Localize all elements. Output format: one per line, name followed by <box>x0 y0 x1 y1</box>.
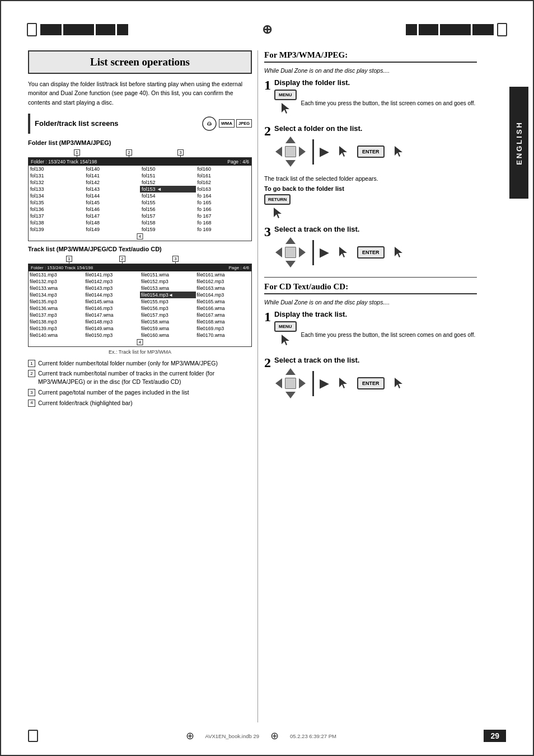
t-cell: file0145.wma <box>85 298 140 305</box>
f-cell: fol143 <box>85 186 140 192</box>
dpad2-up <box>285 237 296 244</box>
step-3-content: Select a track on the list. ▶ ENTER <box>274 225 477 271</box>
step-1-title: Display the folder list. <box>274 78 477 87</box>
step3-separator <box>312 240 314 265</box>
t-cell: file0132.mp3 <box>29 278 85 285</box>
f-cell: fol135 <box>29 199 85 206</box>
f-cell: fol141 <box>85 172 140 179</box>
mp3-while-text: While Dual Zone is on and the disc play … <box>264 67 477 74</box>
numbered-item-3: 3 Current page/total number of the pages… <box>28 388 252 397</box>
t-cell: file0146.mp3 <box>85 305 140 312</box>
num-item-3-text: Current page/total number of the pages i… <box>38 388 189 397</box>
f-cell: fol151 <box>140 172 196 179</box>
f-cell: fol158 <box>140 219 196 226</box>
step-2-diagram: ▶ ENTER <box>274 135 477 168</box>
col-line-3 <box>180 156 181 158</box>
menu-button[interactable]: MENU <box>274 90 297 100</box>
f-cell: fo 168 <box>196 219 252 226</box>
bar-1 <box>40 24 62 35</box>
cd-step-1-title: Display the track list. <box>274 310 477 318</box>
numbered-item-1: 1 Current folder number/total folder num… <box>28 359 252 368</box>
f-cell: fol132 <box>29 179 85 186</box>
cd-step-1-content: Display the track list. MENU Each time y… <box>274 310 477 351</box>
return-button[interactable]: RETURN <box>264 194 291 205</box>
dpad-center <box>285 146 296 157</box>
enter-button-cd-step2[interactable]: ENTER <box>357 377 385 389</box>
bar-4 <box>117 24 128 35</box>
numbered-item-4: 4 Current folder/track (highlighted bar) <box>28 399 252 407</box>
f-cell: fol156 <box>140 206 196 213</box>
t-cell: file0160.wma <box>140 332 196 339</box>
f-cell: fol138 <box>29 219 85 226</box>
enter-button-step3[interactable]: ENTER <box>357 246 385 259</box>
t-cell: file0131.mp3 <box>29 271 85 278</box>
track-list-appears: The track list of the selected folder ap… <box>264 175 477 182</box>
dpad-mp3-step2 <box>274 135 307 168</box>
english-sidebar: ENGLISH <box>509 87 528 199</box>
f-cell: fol142 <box>85 179 140 186</box>
dpad-left <box>275 147 282 157</box>
t-col-line-3 <box>175 262 176 264</box>
corner-mark-right <box>497 23 507 36</box>
bar-5 <box>406 24 417 35</box>
cd-step-1-num: 1 <box>264 310 271 323</box>
f-cell: fol137 <box>29 213 85 219</box>
cd-step2-separator <box>312 371 314 396</box>
t-cell: file0148.mp3 <box>85 318 140 325</box>
folder-list-table: Folder : 153/240 Track 154/198 Page : 4/… <box>28 157 252 241</box>
t-cell: file0170.wma <box>196 332 252 339</box>
num-badge-1: 1 <box>28 360 35 367</box>
track-list-label: Track list (MP3/WMA/JPEG/CD Text/audio C… <box>28 246 252 252</box>
f-cell: fol152 <box>140 179 196 186</box>
t-col-marker-4: 4 <box>137 339 143 345</box>
t-cell: file0139.mp3 <box>29 325 85 332</box>
t-cell: file0136.wma <box>29 305 85 312</box>
disc-icons: CD WMA JPEG <box>202 116 252 132</box>
t-cell: file0144.mp3 <box>85 292 140 298</box>
t-cell: file0159.wma <box>140 325 196 332</box>
step-2-num: 2 <box>264 124 271 138</box>
t-cell: file0164.mp3 <box>196 292 252 298</box>
f-cell: fo 169 <box>196 226 252 233</box>
mp3-step-1: 1 Display the folder list. MENU Each tim… <box>264 78 477 120</box>
go-back-diagram: RETURN <box>264 194 477 220</box>
section-divider <box>264 277 477 278</box>
num-item-4-text: Current folder/track (highlighted bar) <box>38 399 133 407</box>
cd-menu-button[interactable]: MENU <box>274 321 297 332</box>
section-title-row: Folder/track list screens CD WMA JPEG <box>28 114 252 134</box>
num-badge-4: 4 <box>28 400 35 407</box>
corner-mark-left <box>27 23 37 36</box>
bar-2 <box>63 24 94 35</box>
t-cell: file0151.wma <box>140 271 196 278</box>
folder-bottom-marker-row: 4 <box>29 233 251 241</box>
num-badge-3: 3 <box>28 389 35 396</box>
cd-menu-cursor <box>277 332 294 349</box>
compass-bottom-right: ⊕ <box>270 730 279 742</box>
section-title-text-group: Folder/track list screens <box>28 114 119 134</box>
cd-menu-btn-group: MENU <box>274 321 297 349</box>
return-btn-group: RETURN <box>264 194 291 220</box>
f-cell: fol140 <box>85 166 140 172</box>
track-list-header-text: Folder : 153/240 Track 154/198 <box>31 265 93 270</box>
t-cell: file0138.mp3 <box>29 318 85 325</box>
f-cell: fol134 <box>29 192 85 199</box>
bar-8 <box>472 24 494 35</box>
step-1-content: Display the folder list. MENU Each time … <box>274 78 477 120</box>
dpad3-center <box>285 378 296 389</box>
dpad3-down <box>285 392 296 398</box>
cd-step2-cursor <box>335 375 352 392</box>
ex-note: Ex.: Track list for MP3/WMA <box>28 349 252 355</box>
intro-text: You can display the folder list/track li… <box>28 79 252 107</box>
track-grid: file0131.mp3file0141.mp3file0151.wmafile… <box>29 271 251 339</box>
num-item-2-text: Current track number/total number of tra… <box>38 369 252 386</box>
f-cell: fo 164 <box>196 192 252 199</box>
page-title: List screen operations <box>29 56 251 68</box>
f-cell: fol155 <box>140 199 196 206</box>
dpad3-up <box>285 368 296 375</box>
folder-list-header: Folder : 153/240 Track 154/198 Page : 4/… <box>29 158 251 166</box>
enter-button-step2[interactable]: ENTER <box>357 145 385 158</box>
t-cell: file0142.mp3 <box>85 278 140 285</box>
cd-step-2-num: 2 <box>264 356 271 369</box>
cd-heading: For CD Text/audio CD: <box>264 282 477 294</box>
f-cell: fol133 <box>29 186 85 192</box>
